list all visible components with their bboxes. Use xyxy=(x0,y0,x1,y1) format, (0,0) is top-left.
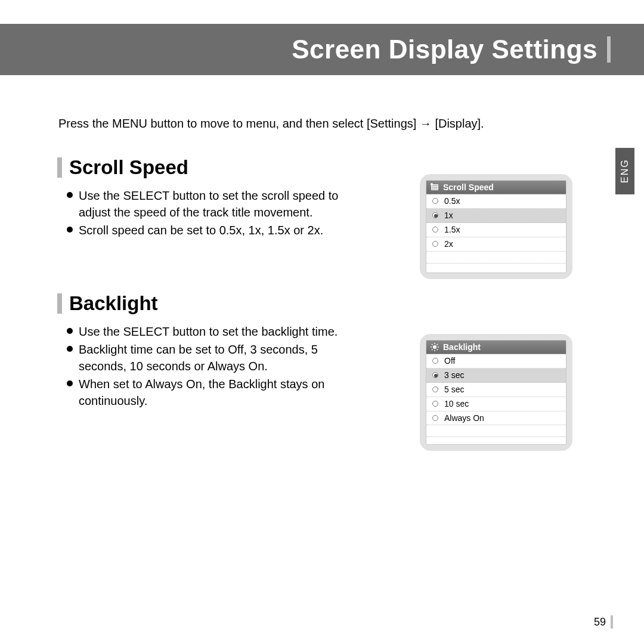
radio-icon xyxy=(432,241,438,247)
page-number-value: 59 xyxy=(594,616,606,628)
menu-option[interactable]: 0.5x xyxy=(426,194,566,209)
radio-icon xyxy=(432,372,438,378)
menu-option[interactable]: 5 sec xyxy=(426,383,566,397)
menu-option[interactable]: 10 sec xyxy=(426,397,566,411)
menu-option-label: Always On xyxy=(444,413,484,423)
page-title: Screen Display Settings xyxy=(292,35,597,64)
menu-empty-row xyxy=(426,264,566,273)
scroll-bullets: Use the SELECT button to set the scroll … xyxy=(57,187,367,239)
list-item: Scroll speed can be set to 0.5x, 1x, 1.5… xyxy=(67,222,367,239)
list-item: Backlight time can be set to Off, 3 seco… xyxy=(67,341,367,374)
backlight-icon xyxy=(430,342,439,352)
backlight-bullets: Use the SELECT button to set the backlig… xyxy=(57,323,367,409)
device-scroll-menu: Scroll Speed 0.5x1x1.5x2x xyxy=(420,174,572,279)
device-header-scroll: Scroll Speed xyxy=(426,181,566,194)
radio-icon xyxy=(432,198,438,204)
section-title-backlight: Backlight xyxy=(69,292,158,315)
menu-option-label: 1.5x xyxy=(444,225,460,234)
menu-option-label: 1x xyxy=(444,210,453,220)
svg-line-7 xyxy=(432,344,433,345)
svg-line-8 xyxy=(437,349,438,351)
menu-option-label: Off xyxy=(444,356,455,366)
menu-empty-row xyxy=(426,252,566,264)
intro-text: Press the MENU button to move to menu, a… xyxy=(58,117,484,131)
svg-point-1 xyxy=(431,183,433,185)
menu-option[interactable]: 1x xyxy=(426,209,566,223)
radio-icon xyxy=(432,358,438,364)
device-header-label: Backlight xyxy=(443,342,481,352)
page-number-divider xyxy=(611,615,613,628)
menu-empty-row xyxy=(426,425,566,437)
list-item: When set to Always On, the Backlight sta… xyxy=(67,376,367,409)
section-divider xyxy=(57,293,62,314)
device-backlight-menu: Backlight Off3 sec5 sec10 secAlways On xyxy=(420,334,572,451)
header-divider xyxy=(607,36,611,63)
menu-option-label: 5 sec xyxy=(444,385,464,394)
menu-option-label: 0.5x xyxy=(444,196,460,206)
menu-option[interactable]: 1.5x xyxy=(426,223,566,237)
scroll-speed-icon xyxy=(430,182,439,192)
device-header-label: Scroll Speed xyxy=(443,182,494,192)
svg-line-9 xyxy=(432,349,433,351)
list-item: Use the SELECT button to set the scroll … xyxy=(67,187,367,221)
svg-point-2 xyxy=(433,345,436,349)
menu-option[interactable]: Always On xyxy=(426,411,566,426)
radio-icon xyxy=(432,227,438,233)
radio-icon xyxy=(432,401,438,407)
language-tab: ENG xyxy=(615,148,634,194)
section-divider xyxy=(57,157,62,178)
section-title-scroll: Scroll Speed xyxy=(69,156,188,179)
list-item: Use the SELECT button to set the backlig… xyxy=(67,323,367,340)
menu-option-label: 10 sec xyxy=(444,399,469,408)
svg-line-10 xyxy=(437,344,438,345)
page-number: 59 xyxy=(594,615,613,628)
radio-icon xyxy=(432,386,438,392)
menu-option[interactable]: 2x xyxy=(426,237,566,252)
menu-option-label: 2x xyxy=(444,239,453,249)
radio-icon xyxy=(432,415,438,421)
menu-option-label: 3 sec xyxy=(444,370,464,380)
device-header-backlight: Backlight xyxy=(426,340,566,354)
menu-option[interactable]: Off xyxy=(426,354,566,369)
page-header: Screen Display Settings xyxy=(0,24,644,75)
menu-option[interactable]: 3 sec xyxy=(426,369,566,383)
radio-icon xyxy=(432,212,438,218)
